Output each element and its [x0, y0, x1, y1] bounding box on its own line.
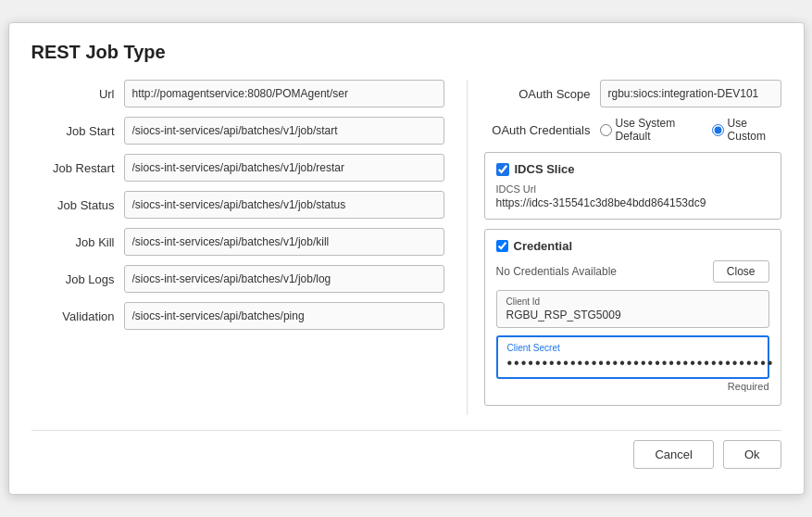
job-status-label: Job Status — [31, 198, 115, 212]
client-id-value: RGBU_RSP_STG5009 — [506, 309, 759, 322]
rest-job-type-dialog: REST Job Type Url Job Start Job Restart … — [8, 22, 805, 495]
no-credentials-row: No Credentials Available Close — [496, 260, 769, 283]
oauth-credentials-row: OAuth Credentials Use System Default Use… — [484, 117, 781, 143]
job-start-row: Job Start — [31, 117, 444, 145]
idcs-url-label: IDCS Url — [496, 183, 769, 195]
job-logs-row: Job Logs — [31, 265, 444, 293]
radio-system-default-label: Use System Default — [616, 117, 703, 143]
oauth-credentials-radio-group: Use System Default Use Custom — [600, 117, 781, 143]
oauth-credentials-label: OAuth Credentials — [484, 123, 591, 137]
idcs-checkbox-row: IDCS Slice — [496, 162, 769, 176]
idcs-checkbox[interactable] — [496, 163, 509, 176]
radio-custom-input[interactable] — [712, 124, 724, 136]
validation-row: Validation — [31, 302, 444, 330]
credential-header-row: Credential — [496, 239, 769, 253]
job-start-label: Job Start — [31, 124, 115, 138]
validation-label: Validation — [31, 309, 115, 323]
no-credentials-text: No Credentials Available — [496, 265, 618, 278]
credential-checkbox-label: Credential — [514, 239, 573, 253]
job-restart-input[interactable] — [124, 154, 444, 182]
job-logs-input[interactable] — [124, 265, 444, 293]
close-credentials-button[interactable]: Close — [713, 260, 769, 283]
url-row: Url — [31, 80, 444, 107]
client-secret-box[interactable]: Client Secret ••••••••••••••••••••••••••… — [496, 335, 769, 379]
job-kill-row: Job Kill — [31, 228, 444, 256]
job-kill-label: Job Kill — [31, 235, 115, 249]
credential-checkbox-row: Credential — [496, 239, 573, 253]
url-input[interactable] — [124, 80, 444, 107]
ok-button[interactable]: Ok — [723, 440, 781, 469]
oauth-scope-input[interactable] — [600, 80, 781, 107]
idcs-url-value: https://idcs-315541c3d8be4bdd864153dc9 — [496, 196, 769, 209]
job-restart-label: Job Restart — [31, 161, 115, 175]
client-secret-label: Client Secret — [507, 343, 758, 353]
right-panel: OAuth Scope OAuth Credentials Use System… — [467, 80, 781, 415]
oauth-scope-label: OAuth Scope — [484, 87, 591, 101]
job-restart-row: Job Restart — [31, 154, 444, 182]
credential-box: Credential No Credentials Available Clos… — [484, 229, 781, 406]
dialog-footer: Cancel Ok — [31, 430, 781, 469]
job-status-row: Job Status — [31, 191, 444, 219]
idcs-slice-box: IDCS Slice IDCS Url https://idcs-315541c… — [484, 152, 781, 220]
client-id-box: Client Id RGBU_RSP_STG5009 — [496, 290, 769, 328]
required-text: Required — [496, 381, 769, 392]
idcs-checkbox-label: IDCS Slice — [515, 162, 575, 176]
radio-system-default[interactable]: Use System Default — [600, 117, 703, 143]
oauth-scope-row: OAuth Scope — [484, 80, 781, 107]
url-label: Url — [31, 87, 115, 101]
client-secret-dots: •••••••••••••••••••••••••••••••••••••• — [507, 355, 758, 372]
job-start-input[interactable] — [124, 117, 444, 145]
radio-system-default-input[interactable] — [600, 124, 612, 136]
dialog-body: Url Job Start Job Restart Job Status Job… — [31, 80, 781, 415]
job-logs-label: Job Logs — [31, 272, 115, 286]
job-kill-input[interactable] — [124, 228, 444, 256]
client-id-label: Client Id — [506, 296, 759, 307]
radio-custom[interactable]: Use Custom — [712, 117, 781, 143]
job-status-input[interactable] — [124, 191, 444, 219]
credential-checkbox[interactable] — [496, 240, 508, 252]
dialog-title: REST Job Type — [31, 42, 781, 63]
cancel-button[interactable]: Cancel — [633, 440, 713, 469]
left-panel: Url Job Start Job Restart Job Status Job… — [31, 80, 467, 415]
validation-input[interactable] — [124, 302, 444, 330]
radio-custom-label: Use Custom — [728, 117, 781, 143]
